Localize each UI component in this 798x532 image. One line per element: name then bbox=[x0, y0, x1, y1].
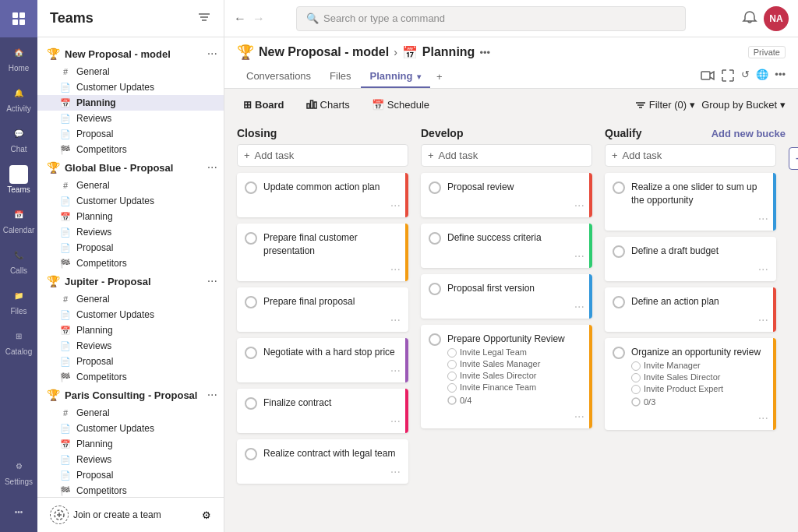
task-more-icon-closing-0[interactable]: ··· bbox=[390, 199, 401, 213]
join-team-button[interactable]: Join or create a team bbox=[50, 506, 161, 524]
task-checkbox-closing-3[interactable] bbox=[245, 347, 257, 359]
task-card-qualify-3[interactable]: Organize an opportunity review Invite Ma… bbox=[605, 338, 776, 430]
task-checkbox-closing-1[interactable] bbox=[245, 232, 257, 245]
task-card-closing-1[interactable]: Prepare final customer presentation ··· bbox=[237, 224, 408, 281]
task-more-icon-develop-2[interactable]: ··· bbox=[574, 300, 584, 314]
task-card-develop-0[interactable]: Proposal review ··· bbox=[421, 173, 592, 217]
sidebar-channel-1-0[interactable]: # General bbox=[37, 178, 224, 193]
back-icon[interactable]: ← bbox=[234, 12, 246, 26]
task-checkbox-qualify-2[interactable] bbox=[613, 296, 625, 308]
task-checkbox-qualify-1[interactable] bbox=[613, 245, 625, 258]
task-more-icon-develop-0[interactable]: ··· bbox=[574, 199, 584, 213]
task-checkbox-closing-5[interactable] bbox=[245, 448, 257, 460]
search-box[interactable]: 🔍 Search or type a command bbox=[296, 6, 686, 31]
task-card-qualify-1[interactable]: Define a draft budget ··· bbox=[605, 237, 776, 281]
task-more-icon-closing-2[interactable]: ··· bbox=[390, 313, 401, 327]
task-more-icon-closing-5[interactable]: ··· bbox=[390, 465, 401, 479]
task-more-icon-develop-3[interactable]: ··· bbox=[574, 410, 584, 424]
task-card-develop-3[interactable]: Prepare Opportunity Review Invite Legal … bbox=[421, 325, 592, 428]
forward-icon[interactable]: → bbox=[252, 12, 265, 26]
expand-icon[interactable] bbox=[721, 69, 735, 85]
schedule-view-button[interactable]: 📅 Schedule bbox=[365, 96, 436, 114]
task-more-icon-closing-1[interactable]: ··· bbox=[390, 262, 401, 277]
sidebar-channel-1-4[interactable]: 📄 Proposal bbox=[37, 240, 224, 255]
charts-view-button[interactable]: Charts bbox=[300, 95, 356, 115]
task-checkbox-qualify-0[interactable] bbox=[613, 181, 625, 194]
add-tab-button[interactable]: + bbox=[430, 66, 449, 87]
sidebar-channel-0-1[interactable]: 📄 Customer Updates bbox=[37, 79, 224, 95]
sidebar-channel-3-3[interactable]: 📄 Reviews bbox=[37, 452, 224, 467]
task-more-icon-develop-1[interactable]: ··· bbox=[574, 249, 584, 263]
sidebar-channel-2-3[interactable]: 📄 Reviews bbox=[37, 338, 224, 354]
sidebar-channel-1-3[interactable]: 📄 Reviews bbox=[37, 224, 224, 240]
sidebar-channel-1-5[interactable]: 🏁 Competitors bbox=[37, 255, 224, 271]
task-checkbox-closing-0[interactable] bbox=[245, 181, 257, 194]
sidebar-channel-2-2[interactable]: 📅 Planning bbox=[37, 322, 224, 338]
sidebar-channel-1-1[interactable]: 📄 Customer Updates bbox=[37, 193, 224, 209]
nav-item-catalog[interactable]: ⊞ Catalog bbox=[0, 321, 37, 361]
tab-conversations[interactable]: Conversations bbox=[237, 65, 320, 88]
task-checkbox-closing-4[interactable] bbox=[245, 397, 257, 410]
sidebar-team-1[interactable]: 🏆 Global Blue - Proposal ··· bbox=[37, 157, 224, 178]
channel-more-icon[interactable]: ••• bbox=[479, 47, 490, 58]
task-checkbox-develop-1[interactable] bbox=[429, 232, 441, 245]
sidebar-channel-3-4[interactable]: 📄 Proposal bbox=[37, 467, 224, 483]
add-new-bucket-button[interactable]: Add new bucke bbox=[711, 128, 786, 139]
team-more-icon-3[interactable]: ··· bbox=[207, 388, 217, 402]
task-checkbox-develop-0[interactable] bbox=[429, 181, 441, 194]
nav-item-home[interactable]: 🏠 Home bbox=[0, 37, 37, 78]
nav-item-files[interactable]: 📁 Files bbox=[0, 280, 37, 321]
planning-tab-dropdown-icon[interactable]: ▾ bbox=[417, 72, 421, 81]
nav-item-calls[interactable]: 📞 Calls bbox=[0, 240, 37, 280]
task-card-closing-0[interactable]: Update common action plan ··· bbox=[237, 173, 408, 217]
task-card-closing-5[interactable]: Realize contract with legal team ··· bbox=[237, 439, 408, 484]
globe-icon[interactable]: 🌐 bbox=[756, 69, 768, 85]
sidebar-team-0[interactable]: 🏆 New Proposal - model ··· bbox=[37, 44, 224, 64]
tab-files[interactable]: Files bbox=[320, 65, 360, 88]
add-task-button-closing[interactable]: +Add task bbox=[237, 144, 408, 167]
sidebar-channel-2-1[interactable]: 📄 Customer Updates bbox=[37, 307, 224, 322]
team-more-icon-1[interactable]: ··· bbox=[207, 160, 217, 174]
sidebar-channel-3-0[interactable]: # General bbox=[37, 405, 224, 421]
refresh-icon[interactable]: ↺ bbox=[741, 69, 750, 85]
nav-item-calendar[interactable]: 📅 Calendar bbox=[0, 199, 37, 240]
nav-item-settings[interactable]: ⚙ Settings bbox=[0, 451, 37, 491]
task-card-closing-4[interactable]: Finalize contract ··· bbox=[237, 389, 408, 433]
task-card-qualify-0[interactable]: Realize a one slider to sum up the oppor… bbox=[605, 173, 776, 231]
avatar[interactable]: NA bbox=[764, 6, 789, 31]
board-view-button[interactable]: ⊞ Board bbox=[237, 96, 291, 114]
sidebar-channel-3-2[interactable]: 📅 Planning bbox=[37, 436, 224, 452]
team-more-icon-2[interactable]: ··· bbox=[207, 274, 217, 288]
sidebar-channel-1-2[interactable]: 📅 Planning bbox=[37, 209, 224, 224]
nav-item-more[interactable]: ••• bbox=[0, 491, 37, 532]
notification-icon[interactable] bbox=[742, 9, 757, 28]
task-checkbox-develop-2[interactable] bbox=[429, 283, 441, 295]
task-card-qualify-2[interactable]: Define an action plan ··· bbox=[605, 287, 776, 332]
sidebar-channel-0-0[interactable]: # General bbox=[37, 64, 224, 79]
task-checkbox-develop-3[interactable] bbox=[429, 333, 441, 346]
task-card-closing-3[interactable]: Negotiate with a hard stop price ··· bbox=[237, 338, 408, 382]
nav-item-activity[interactable]: 🔔 Activity bbox=[0, 78, 37, 118]
sidebar-channel-0-2[interactable]: 📅 Planning bbox=[37, 95, 224, 111]
filter-icon[interactable] bbox=[197, 10, 211, 26]
add-task-button-qualify[interactable]: +Add task bbox=[605, 144, 776, 167]
team-more-icon-0[interactable]: ··· bbox=[207, 47, 217, 61]
filter-button[interactable]: Filter (0) ▾ bbox=[635, 99, 695, 111]
task-card-develop-1[interactable]: Define success criteria ··· bbox=[421, 224, 592, 268]
more-icon[interactable]: ••• bbox=[775, 69, 786, 85]
nav-item-teams[interactable]: Teams bbox=[0, 159, 37, 199]
sidebar-settings-icon[interactable]: ⚙ bbox=[202, 509, 211, 521]
add-task-button-develop[interactable]: +Add task bbox=[421, 144, 592, 167]
sidebar-channel-0-4[interactable]: 📄 Proposal bbox=[37, 126, 224, 142]
task-checkbox-qualify-3[interactable] bbox=[613, 347, 625, 359]
video-call-icon[interactable] bbox=[701, 69, 715, 85]
sidebar-channel-2-0[interactable]: # General bbox=[37, 291, 224, 307]
sidebar-channel-3-5[interactable]: 🏁 Competitors bbox=[37, 483, 224, 497]
sidebar-team-2[interactable]: 🏆 Jupiter - Proposal ··· bbox=[37, 271, 224, 291]
group-by-button[interactable]: Group by Bucket ▾ bbox=[701, 99, 786, 111]
sidebar-channel-0-3[interactable]: 📄 Reviews bbox=[37, 111, 224, 126]
task-more-icon-qualify-3[interactable]: ··· bbox=[758, 411, 768, 425]
add-bucket-button[interactable]: + Add new bucket bbox=[789, 147, 798, 170]
sidebar-channel-2-5[interactable]: 🏁 Competitors bbox=[37, 369, 224, 385]
task-more-icon-closing-3[interactable]: ··· bbox=[390, 364, 401, 378]
